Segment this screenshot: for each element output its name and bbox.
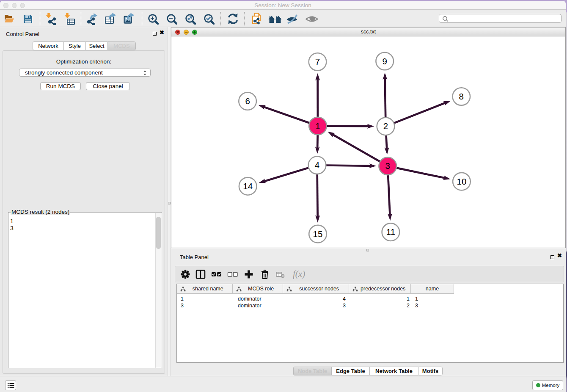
svg-text:6: 6	[245, 96, 250, 106]
svg-text:8: 8	[459, 91, 464, 101]
svg-text:4: 4	[315, 160, 319, 170]
svg-text:9: 9	[382, 56, 387, 66]
svg-text:14: 14	[243, 181, 253, 191]
svg-text:15: 15	[313, 229, 323, 239]
svg-text:3: 3	[385, 161, 390, 171]
svg-text:1: 1	[315, 121, 320, 131]
svg-text:2: 2	[383, 121, 388, 131]
svg-text:11: 11	[386, 227, 395, 237]
svg-text:7: 7	[315, 57, 320, 66]
svg-text:10: 10	[457, 177, 466, 186]
